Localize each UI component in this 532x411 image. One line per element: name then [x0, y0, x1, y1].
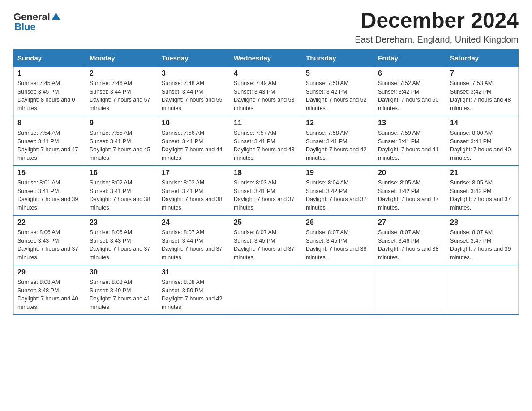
day-info: Sunrise: 8:07 AM Sunset: 3:45 PM Dayligh…	[234, 228, 298, 262]
calendar-cell: 1 Sunrise: 7:45 AM Sunset: 3:45 PM Dayli…	[14, 66, 86, 116]
day-number: 18	[234, 169, 298, 177]
day-info: Sunrise: 7:45 AM Sunset: 3:45 PM Dayligh…	[17, 79, 82, 113]
header-wednesday: Wednesday	[230, 49, 302, 66]
calendar-week-row-1: 1 Sunrise: 7:45 AM Sunset: 3:45 PM Dayli…	[14, 66, 519, 116]
day-number: 3	[162, 69, 226, 77]
calendar-cell: 2 Sunrise: 7:46 AM Sunset: 3:44 PM Dayli…	[86, 66, 158, 116]
logo-triangle-icon	[50, 13, 61, 21]
calendar-cell: 20 Sunrise: 8:05 AM Sunset: 3:42 PM Dayl…	[374, 166, 446, 215]
calendar-cell: 22 Sunrise: 8:06 AM Sunset: 3:43 PM Dayl…	[14, 215, 86, 265]
day-info: Sunrise: 7:54 AM Sunset: 3:41 PM Dayligh…	[17, 129, 82, 163]
header-tuesday: Tuesday	[158, 49, 230, 66]
day-info: Sunrise: 8:04 AM Sunset: 3:42 PM Dayligh…	[306, 179, 370, 212]
day-number: 12	[306, 119, 370, 127]
calendar-cell	[302, 265, 374, 315]
header-saturday: Saturday	[446, 49, 519, 66]
calendar-cell: 21 Sunrise: 8:05 AM Sunset: 3:42 PM Dayl…	[446, 166, 519, 215]
calendar-cell: 6 Sunrise: 7:52 AM Sunset: 3:42 PM Dayli…	[374, 66, 446, 116]
day-number: 4	[234, 69, 298, 77]
day-number: 11	[234, 119, 298, 127]
calendar-cell	[230, 265, 302, 315]
day-info: Sunrise: 7:46 AM Sunset: 3:44 PM Dayligh…	[90, 79, 154, 113]
day-number: 2	[90, 69, 154, 77]
day-info: Sunrise: 8:06 AM Sunset: 3:43 PM Dayligh…	[17, 228, 82, 262]
header-thursday: Thursday	[302, 49, 374, 66]
calendar-cell: 29 Sunrise: 8:08 AM Sunset: 3:48 PM Dayl…	[14, 265, 86, 315]
day-number: 23	[90, 218, 154, 227]
day-number: 21	[450, 169, 515, 177]
title-section: December 2024 East Dereham, England, Uni…	[355, 9, 519, 45]
calendar-week-row-4: 22 Sunrise: 8:06 AM Sunset: 3:43 PM Dayl…	[14, 215, 519, 265]
day-info: Sunrise: 7:53 AM Sunset: 3:42 PM Dayligh…	[450, 79, 515, 113]
calendar-cell: 25 Sunrise: 8:07 AM Sunset: 3:45 PM Dayl…	[230, 215, 302, 265]
day-number: 9	[90, 119, 154, 127]
calendar-cell: 26 Sunrise: 8:07 AM Sunset: 3:45 PM Dayl…	[302, 215, 374, 265]
page-header: General Blue December 2024 East Dereham,…	[13, 9, 519, 45]
day-info: Sunrise: 7:58 AM Sunset: 3:41 PM Dayligh…	[306, 129, 370, 163]
day-info: Sunrise: 7:48 AM Sunset: 3:44 PM Dayligh…	[162, 79, 226, 113]
day-number: 28	[450, 218, 515, 227]
header-sunday: Sunday	[14, 49, 86, 66]
calendar-week-row-3: 15 Sunrise: 8:01 AM Sunset: 3:41 PM Dayl…	[14, 166, 519, 215]
calendar-cell: 27 Sunrise: 8:07 AM Sunset: 3:46 PM Dayl…	[374, 215, 446, 265]
calendar-cell: 13 Sunrise: 7:59 AM Sunset: 3:41 PM Dayl…	[374, 116, 446, 166]
day-number: 15	[17, 169, 82, 177]
calendar-cell: 10 Sunrise: 7:56 AM Sunset: 3:41 PM Dayl…	[158, 116, 230, 166]
day-info: Sunrise: 8:01 AM Sunset: 3:41 PM Dayligh…	[17, 179, 82, 212]
svg-marker-0	[52, 13, 60, 20]
day-info: Sunrise: 8:07 AM Sunset: 3:47 PM Dayligh…	[450, 228, 515, 262]
calendar-cell: 9 Sunrise: 7:55 AM Sunset: 3:41 PM Dayli…	[86, 116, 158, 166]
day-info: Sunrise: 8:05 AM Sunset: 3:42 PM Dayligh…	[378, 179, 442, 212]
day-number: 10	[162, 119, 226, 127]
day-number: 8	[17, 119, 82, 127]
day-number: 20	[378, 169, 442, 177]
day-number: 26	[306, 218, 370, 227]
calendar-cell: 23 Sunrise: 8:06 AM Sunset: 3:43 PM Dayl…	[86, 215, 158, 265]
day-info: Sunrise: 8:06 AM Sunset: 3:43 PM Dayligh…	[90, 228, 154, 262]
day-info: Sunrise: 8:08 AM Sunset: 3:50 PM Dayligh…	[162, 278, 226, 312]
calendar-cell: 30 Sunrise: 8:08 AM Sunset: 3:49 PM Dayl…	[86, 265, 158, 315]
calendar-cell	[446, 265, 519, 315]
calendar-cell: 28 Sunrise: 8:07 AM Sunset: 3:47 PM Dayl…	[446, 215, 519, 265]
calendar-week-row-2: 8 Sunrise: 7:54 AM Sunset: 3:41 PM Dayli…	[14, 116, 519, 166]
header-monday: Monday	[86, 49, 158, 66]
calendar-cell	[374, 265, 446, 315]
calendar-cell: 8 Sunrise: 7:54 AM Sunset: 3:41 PM Dayli…	[14, 116, 86, 166]
weekday-header-row: Sunday Monday Tuesday Wednesday Thursday…	[14, 49, 519, 66]
day-info: Sunrise: 7:57 AM Sunset: 3:41 PM Dayligh…	[234, 129, 298, 163]
day-number: 31	[162, 268, 226, 276]
day-number: 16	[90, 169, 154, 177]
calendar-cell: 18 Sunrise: 8:03 AM Sunset: 3:41 PM Dayl…	[230, 166, 302, 215]
day-number: 5	[306, 69, 370, 77]
day-number: 24	[162, 218, 226, 227]
day-number: 7	[450, 69, 515, 77]
calendar-cell: 17 Sunrise: 8:03 AM Sunset: 3:41 PM Dayl…	[158, 166, 230, 215]
calendar-cell: 12 Sunrise: 7:58 AM Sunset: 3:41 PM Dayl…	[302, 116, 374, 166]
day-info: Sunrise: 7:59 AM Sunset: 3:41 PM Dayligh…	[378, 129, 442, 163]
day-number: 13	[378, 119, 442, 127]
day-number: 17	[162, 169, 226, 177]
day-info: Sunrise: 7:49 AM Sunset: 3:43 PM Dayligh…	[234, 79, 298, 113]
calendar-cell: 7 Sunrise: 7:53 AM Sunset: 3:42 PM Dayli…	[446, 66, 519, 116]
day-number: 19	[306, 169, 370, 177]
calendar-table: Sunday Monday Tuesday Wednesday Thursday…	[13, 49, 519, 315]
day-info: Sunrise: 8:02 AM Sunset: 3:41 PM Dayligh…	[90, 179, 154, 212]
day-number: 30	[90, 268, 154, 276]
day-number: 22	[17, 218, 82, 227]
calendar-cell: 11 Sunrise: 7:57 AM Sunset: 3:41 PM Dayl…	[230, 116, 302, 166]
calendar-cell: 31 Sunrise: 8:08 AM Sunset: 3:50 PM Dayl…	[158, 265, 230, 315]
day-info: Sunrise: 7:56 AM Sunset: 3:41 PM Dayligh…	[162, 129, 226, 163]
day-number: 27	[378, 218, 442, 227]
calendar-cell: 24 Sunrise: 8:07 AM Sunset: 3:44 PM Dayl…	[158, 215, 230, 265]
calendar-cell: 3 Sunrise: 7:48 AM Sunset: 3:44 PM Dayli…	[158, 66, 230, 116]
day-number: 29	[17, 268, 82, 276]
day-number: 25	[234, 218, 298, 227]
calendar-cell: 19 Sunrise: 8:04 AM Sunset: 3:42 PM Dayl…	[302, 166, 374, 215]
day-info: Sunrise: 8:00 AM Sunset: 3:41 PM Dayligh…	[450, 129, 515, 163]
month-title: December 2024	[355, 9, 519, 33]
day-number: 1	[17, 69, 82, 77]
day-info: Sunrise: 8:07 AM Sunset: 3:45 PM Dayligh…	[306, 228, 370, 262]
day-number: 14	[450, 119, 515, 127]
day-info: Sunrise: 8:03 AM Sunset: 3:41 PM Dayligh…	[234, 179, 298, 212]
calendar-cell: 14 Sunrise: 8:00 AM Sunset: 3:41 PM Dayl…	[446, 116, 519, 166]
